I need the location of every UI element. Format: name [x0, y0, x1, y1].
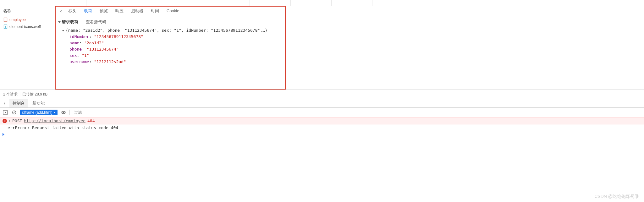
transferred-size: 已传输 28.9 kB	[22, 92, 47, 97]
console-prompt[interactable]	[0, 131, 644, 138]
json-property-row[interactable]: phone: "13112345674"	[62, 46, 283, 52]
tab-response[interactable]: 响应	[112, 6, 127, 16]
request-item-label: element-icons.woff	[9, 25, 41, 29]
json-property-row[interactable]: name: "2as1d2"	[62, 40, 283, 46]
drawer-tab-console[interactable]: 控制台	[9, 99, 28, 107]
status-code: 404	[87, 118, 95, 123]
json-value: "2as1d2"	[84, 41, 104, 45]
json-property-row[interactable]: sex: "1"	[62, 52, 283, 59]
context-label: clframe (add.html)	[22, 110, 52, 115]
kebab-icon[interactable]: ⋮	[3, 101, 8, 106]
console-output: ✕ POST http://localhost/employee 404 err…	[0, 117, 644, 138]
tab-payload[interactable]: 载荷	[80, 6, 96, 16]
play-icon[interactable]	[3, 110, 8, 115]
network-status-bar: 2 个请求 | 已传输 28.9 kB	[0, 90, 644, 99]
json-tree: {name: "2as1d2", phone: "13112345674", s…	[58, 27, 283, 65]
tab-timing[interactable]: 时间	[147, 6, 163, 16]
network-sidebar: 名称 employee T element-icons.woff	[0, 6, 55, 90]
json-value: "123456789112345678"	[94, 34, 143, 39]
json-value: "1212112s2ad"	[94, 59, 126, 64]
separator: |	[19, 92, 20, 97]
table-ruler	[0, 0, 644, 6]
json-value: "1"	[82, 53, 89, 58]
request-item-label: employee	[9, 18, 26, 22]
chevron-right-icon	[9, 120, 10, 122]
prompt-icon	[3, 133, 4, 136]
http-method: POST	[12, 118, 22, 123]
json-summary-row[interactable]: {name: "2as1d2", phone: "13112345674", s…	[62, 27, 283, 34]
json-key: name	[69, 41, 79, 45]
request-count: 2 个请求	[3, 92, 18, 97]
chevron-down-icon	[62, 30, 64, 31]
chevron-down-icon	[58, 21, 61, 23]
sidebar-header-name: 名称	[0, 6, 55, 16]
console-log-entry[interactable]: errError: Request failed with status cod…	[0, 124, 644, 131]
request-item-employee[interactable]: employee	[0, 16, 55, 23]
svg-line-6	[13, 111, 15, 114]
json-key: phone	[69, 47, 82, 52]
request-details-panel: × 标头 载荷 预览 响应 启动器 时间 Cookie 请求载荷 查看源代码 {…	[55, 6, 286, 90]
tab-initiator[interactable]: 启动器	[127, 6, 147, 16]
json-summary-text: {name: "2as1d2", phone: "13112345674", s…	[66, 27, 267, 34]
view-source-link[interactable]: 查看源代码	[86, 19, 106, 25]
tab-headers[interactable]: 标头	[64, 6, 80, 16]
eye-icon[interactable]	[61, 110, 66, 115]
close-icon[interactable]: ×	[57, 9, 64, 14]
payload-section: 请求载荷 查看源代码 {name: "2as1d2", phone: "1311…	[56, 16, 285, 68]
clear-icon[interactable]	[11, 110, 17, 115]
payload-title[interactable]: 请求载荷	[58, 19, 78, 25]
json-property-row[interactable]: idNumber: "123456789112345678"	[62, 34, 283, 40]
tab-cookies[interactable]: Cookie	[163, 7, 183, 16]
chevron-down-icon	[54, 112, 56, 113]
svg-point-7	[63, 112, 64, 113]
payload-title-text: 请求载荷	[62, 19, 78, 25]
font-icon: T	[3, 25, 8, 29]
svg-text:T: T	[5, 25, 6, 28]
drawer-tab-bar: ⋮ 控制台 新功能	[0, 99, 644, 108]
error-icon: ✕	[3, 119, 7, 123]
separator	[69, 110, 70, 115]
drawer-tab-whatsnew[interactable]: 新功能	[29, 99, 48, 107]
svg-marker-4	[5, 112, 6, 113]
context-selector[interactable]: clframe (add.html)	[20, 110, 58, 115]
tab-preview[interactable]: 预览	[96, 6, 112, 16]
json-key: idNumber	[69, 34, 89, 39]
request-item-font[interactable]: T element-icons.woff	[0, 23, 55, 30]
filter-input[interactable]	[73, 110, 641, 115]
json-key: username	[69, 59, 89, 64]
watermark: CSDN @吃饱饱坏蜀黍	[594, 194, 639, 199]
document-icon	[3, 18, 8, 22]
json-key: sex	[69, 53, 77, 58]
json-value: "13112345674"	[87, 47, 119, 52]
request-url[interactable]: http://localhost/employee	[24, 118, 85, 123]
console-toolbar: clframe (add.html)	[0, 108, 644, 117]
details-tab-bar: × 标头 载荷 预览 响应 启动器 时间 Cookie	[56, 7, 285, 16]
svg-rect-0	[4, 18, 7, 22]
console-error-entry[interactable]: ✕ POST http://localhost/employee 404	[0, 117, 644, 124]
json-property-row[interactable]: username: "1212112s2ad"	[62, 59, 283, 65]
request-list: employee T element-icons.woff	[0, 16, 55, 90]
